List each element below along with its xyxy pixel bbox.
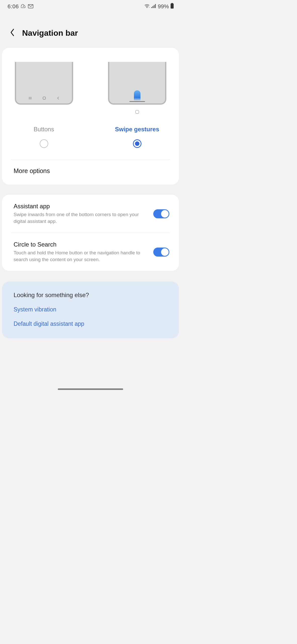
more-options-label: More options (14, 167, 50, 174)
status-left: 6:06 (8, 3, 33, 10)
looking-for-title: Looking for something else? (14, 292, 167, 299)
back-nav-icon (57, 96, 60, 101)
status-bar: 6:06 + 99% (0, 0, 181, 13)
cloud-download-icon (21, 3, 26, 10)
home-icon (42, 96, 46, 101)
home-indicator-icon (135, 110, 139, 114)
recents-icon (28, 96, 32, 101)
page-header: Navigation bar (0, 13, 181, 48)
svg-rect-6 (155, 4, 156, 8)
nav-option-label: Swipe gestures (115, 126, 159, 133)
nav-type-options: Buttons Swipe gestures (2, 48, 179, 154)
setting-text: Circle to Search Touch and hold the Home… (14, 241, 148, 263)
svg-rect-7 (171, 3, 173, 4)
toggle-circle-to-search[interactable] (153, 248, 169, 257)
battery-icon (170, 3, 174, 10)
nav-option-swipe[interactable]: Swipe gestures (104, 62, 170, 148)
home-indicator[interactable] (58, 388, 123, 390)
nav-type-card: Buttons Swipe gestures More options (2, 48, 179, 185)
svg-rect-4 (153, 6, 153, 8)
setting-title: Circle to Search (14, 241, 148, 248)
gesture-bar-icon (129, 101, 145, 102)
back-icon[interactable] (10, 28, 15, 38)
battery-percent: 99% (158, 3, 169, 10)
link-default-assistant[interactable]: Default digital assistant app (14, 320, 167, 327)
nav-option-buttons[interactable]: Buttons (11, 62, 77, 148)
radio-buttons[interactable] (40, 139, 48, 148)
status-right: + 99% (144, 3, 174, 10)
nav-option-label: Buttons (34, 126, 54, 133)
svg-rect-3 (151, 7, 152, 8)
svg-rect-12 (43, 97, 45, 99)
settings-card: Assistant app Swipe inwards from one of … (2, 195, 179, 271)
wifi-icon: + (144, 3, 150, 10)
radio-swipe[interactable] (133, 139, 141, 148)
looking-for-card: Looking for something else? System vibra… (2, 281, 179, 338)
svg-rect-8 (171, 4, 174, 9)
gmail-icon (28, 4, 33, 10)
more-options-row[interactable]: More options (2, 160, 179, 185)
swipe-preview (108, 62, 166, 105)
link-system-vibration[interactable]: System vibration (14, 306, 167, 313)
toggle-assistant-app[interactable] (153, 209, 169, 218)
setting-subtitle: Swipe inwards from one of the bottom cor… (14, 211, 148, 225)
svg-point-1 (147, 7, 147, 8)
setting-text: Assistant app Swipe inwards from one of … (14, 203, 148, 225)
setting-title: Assistant app (14, 203, 148, 210)
swipe-gesture-icon (134, 90, 140, 101)
setting-assistant-app[interactable]: Assistant app Swipe inwards from one of … (2, 195, 179, 233)
cellular-signal-icon (151, 3, 156, 10)
setting-subtitle: Touch and hold the Home button or the na… (14, 250, 148, 263)
setting-circle-to-search[interactable]: Circle to Search Touch and hold the Home… (2, 233, 179, 271)
page-title: Navigation bar (22, 28, 78, 38)
status-clock: 6:06 (8, 3, 19, 10)
svg-rect-5 (154, 5, 155, 8)
buttons-preview (15, 62, 73, 105)
svg-text:+: + (148, 6, 150, 8)
